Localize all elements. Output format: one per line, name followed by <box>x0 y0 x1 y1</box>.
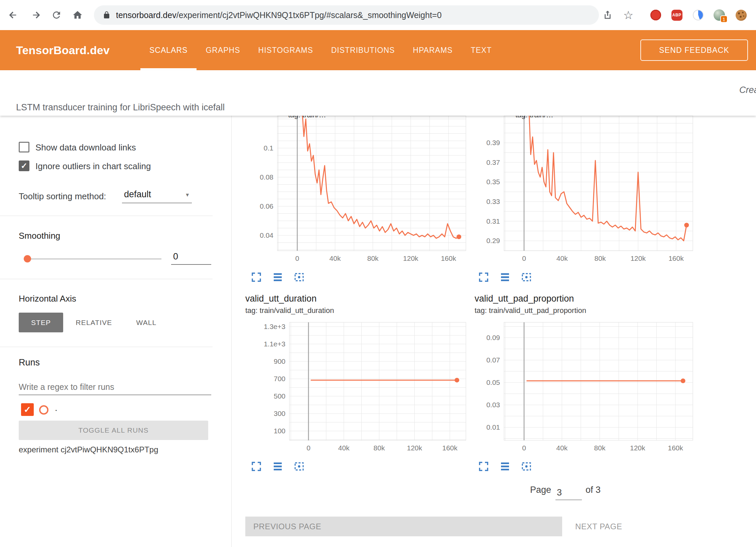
svg-text:100: 100 <box>274 427 285 435</box>
fullscreen-button[interactable] <box>251 461 262 472</box>
tab-hparams[interactable]: HPARAMS <box>404 30 462 70</box>
runs-list-button[interactable] <box>272 461 283 472</box>
avatar-badge: 1 <box>720 15 728 23</box>
pie-extension-button[interactable] <box>692 9 704 21</box>
fullscreen-button[interactable] <box>478 271 489 283</box>
smoothing-slider-thumb[interactable] <box>24 255 31 262</box>
divider <box>0 216 213 216</box>
created-text-truncated: Crea <box>739 85 756 95</box>
run-checkbox[interactable]: ✓ <box>21 403 34 416</box>
share-button[interactable] <box>602 9 614 21</box>
fit-domain-button[interactable] <box>521 271 532 283</box>
runs-filter-input[interactable] <box>19 379 211 395</box>
tab-histograms[interactable]: HISTOGRAMS <box>249 30 322 70</box>
tooltip-sort-value: default <box>124 189 151 200</box>
chart-toolbar <box>478 271 532 283</box>
fit-frame-icon <box>521 272 532 283</box>
tensorboard-header: TensorBoard.dev SCALARS GRAPHS HISTOGRAM… <box>0 30 756 70</box>
chart-canvas-valid_utt_duration[interactable]: 1003005007009001.1e+31.3e+3040k80k120k16… <box>261 321 475 456</box>
svg-text:120k: 120k <box>630 254 646 262</box>
svg-text:0.05: 0.05 <box>486 378 500 386</box>
svg-text:160k: 160k <box>441 254 456 262</box>
page-number-input[interactable] <box>555 485 582 500</box>
svg-text:0: 0 <box>522 444 526 452</box>
smoothing-slider-track[interactable] <box>26 258 161 259</box>
svg-text:0.37: 0.37 <box>486 158 500 166</box>
svg-text:0.1: 0.1 <box>264 144 273 152</box>
forward-arrow-icon <box>31 10 41 20</box>
runs-list-button[interactable] <box>499 271 511 283</box>
svg-text:500: 500 <box>274 392 285 400</box>
runs-list-button[interactable] <box>272 271 283 283</box>
svg-text:40k: 40k <box>556 254 568 262</box>
runs-list-button[interactable] <box>499 461 511 472</box>
axis-step-button[interactable]: STEP <box>19 313 63 332</box>
run-name-label: . <box>55 403 57 413</box>
show-download-checkbox[interactable] <box>19 142 29 152</box>
svg-text:0.03: 0.03 <box>486 401 500 409</box>
chart-canvas-train-metric-right[interactable]: 0.290.310.330.350.370.39040k80k120k160k <box>481 116 702 266</box>
svg-text:0.31: 0.31 <box>486 217 500 225</box>
cookie-extension-button[interactable] <box>735 9 747 21</box>
divider <box>0 347 213 347</box>
chart-toolbar <box>251 461 305 472</box>
show-download-label: Show data download links <box>35 142 136 153</box>
svg-text:900: 900 <box>274 357 285 365</box>
fullscreen-button[interactable] <box>251 271 262 283</box>
tab-distributions[interactable]: DISTRIBUTIONS <box>322 30 404 70</box>
chart-tag: tag: train/valid_utt_duration <box>245 306 334 315</box>
chart-canvas-valid_utt_pad_proportion[interactable]: 0.010.030.050.070.09040k80k120k160k <box>481 321 702 456</box>
profile-avatar-button[interactable]: 1 <box>713 9 725 21</box>
address-bar[interactable]: tensorboard.dev/experiment/cj2vtPiwQHKN9… <box>94 5 599 25</box>
svg-text:120k: 120k <box>407 444 422 452</box>
smoothing-value-input[interactable]: 0 <box>171 249 211 265</box>
tab-scalars[interactable]: SCALARS <box>140 30 197 70</box>
svg-text:0: 0 <box>295 254 299 262</box>
abp-extension-button[interactable]: ABP <box>671 9 683 21</box>
svg-text:80k: 80k <box>374 444 385 452</box>
horizontal-axis-label: Horizontal Axis <box>19 294 76 304</box>
previous-page-button[interactable]: PREVIOUS PAGE <box>245 517 562 536</box>
home-button[interactable] <box>72 9 84 21</box>
clipped-chart-tag: tag: train/… <box>288 116 382 119</box>
back-button[interactable] <box>7 9 19 21</box>
url-text: tensorboard.dev/experiment/cj2vtPiwQHKN9… <box>116 10 442 20</box>
blocker-extension-button[interactable] <box>650 9 662 21</box>
bookmark-star-button[interactable]: ☆ <box>622 9 634 21</box>
ignore-outliers-checkbox[interactable]: ✓ <box>19 160 29 171</box>
axis-wall-button[interactable]: WALL <box>130 313 162 332</box>
chart-canvas-train-metric-left[interactable]: 0.040.060.080.1040k80k120k160k <box>254 116 475 266</box>
fit-domain-button[interactable] <box>293 461 305 472</box>
fit-frame-icon <box>521 461 532 472</box>
axis-relative-button[interactable]: RELATIVE <box>71 313 117 332</box>
fit-domain-button[interactable] <box>521 461 532 472</box>
svg-text:120k: 120k <box>403 254 418 262</box>
fit-domain-button[interactable] <box>293 271 305 283</box>
tab-text[interactable]: TEXT <box>462 30 501 70</box>
tab-graphs[interactable]: GRAPHS <box>197 30 249 70</box>
chevron-down-icon: ▼ <box>185 192 190 198</box>
forward-button[interactable] <box>30 9 42 21</box>
svg-text:80k: 80k <box>595 254 606 262</box>
chart-toolbar <box>478 461 532 472</box>
toggle-all-runs-button[interactable]: TOGGLE ALL RUNS <box>19 421 208 440</box>
tooltip-sort-dropdown[interactable]: default ▼ <box>122 187 192 203</box>
svg-text:300: 300 <box>274 410 285 417</box>
experiment-description: LSTM transducer training for LibriSpeech… <box>16 102 225 113</box>
next-page-button[interactable]: NEXT PAGE <box>570 517 628 536</box>
reload-button[interactable] <box>50 9 62 21</box>
svg-text:0.33: 0.33 <box>486 198 500 205</box>
svg-text:40k: 40k <box>556 444 568 452</box>
lock-icon <box>103 11 111 19</box>
lines-icon <box>500 461 510 472</box>
run-color-swatch <box>39 405 48 415</box>
svg-text:0.01: 0.01 <box>486 423 500 431</box>
smoothing-value: 0 <box>173 251 178 262</box>
chart-toolbar <box>251 271 305 283</box>
fullscreen-button[interactable] <box>478 461 489 472</box>
fit-frame-icon <box>294 461 304 472</box>
check-icon: ✓ <box>21 161 27 171</box>
experiment-name: experiment cj2vtPiwQHKN9Q1tx6PTpg <box>19 445 158 454</box>
send-feedback-button[interactable]: SEND FEEDBACK <box>640 39 748 61</box>
check-icon: ✓ <box>24 405 31 415</box>
